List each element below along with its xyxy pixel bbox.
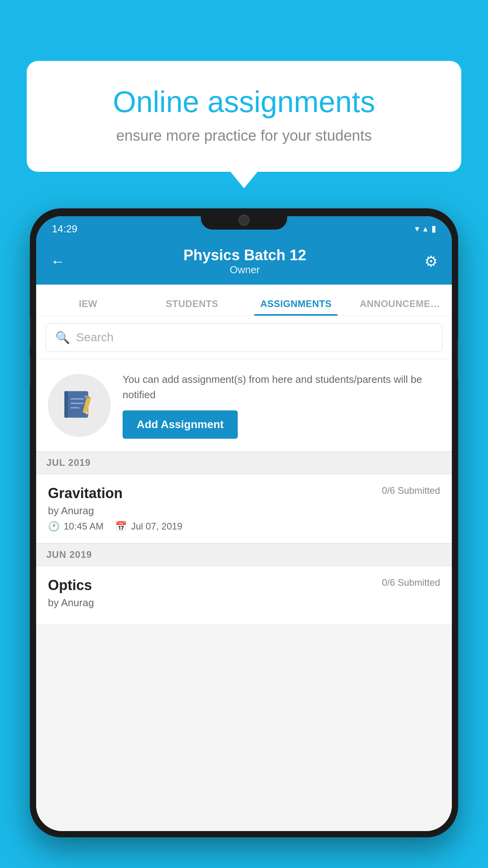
header-subtitle: Owner	[183, 264, 306, 276]
wifi-icon: ▾	[415, 224, 419, 234]
svg-rect-1	[64, 391, 68, 418]
speech-bubble: Online assignments ensure more practice …	[27, 61, 461, 172]
search-bar-container: 🔍 Search	[36, 316, 452, 359]
calendar-icon: 📅	[115, 521, 127, 532]
search-placeholder: Search	[76, 331, 114, 344]
tab-announcements[interactable]: ANNOUNCEME…	[348, 298, 452, 316]
assignment-name: Gravitation	[48, 485, 123, 502]
svg-rect-3	[71, 403, 84, 404]
assignment-meta: 🕐 10:45 AM 📅 Jul 07, 2019	[48, 521, 440, 532]
phone-container: 14:29 ▾ ▴ ▮ ← Physics Batch 12 Owner ⚙ I…	[30, 208, 458, 868]
header-title: Physics Batch 12	[183, 247, 306, 264]
tab-students[interactable]: STUDENTS	[140, 298, 244, 316]
add-assignment-button[interactable]: Add Assignment	[123, 410, 238, 439]
assignment-time-value: 10:45 AM	[64, 521, 103, 532]
status-icons: ▾ ▴ ▮	[415, 224, 436, 234]
svg-rect-2	[71, 398, 84, 399]
camera	[238, 215, 250, 226]
bubble-title: Online assignments	[58, 85, 430, 119]
assignment-item-optics[interactable]: Optics 0/6 Submitted by Anurag	[36, 566, 452, 624]
volume-down-button	[30, 358, 31, 385]
optics-submitted: 0/6 Submitted	[382, 577, 440, 588]
speech-bubble-container: Online assignments ensure more practice …	[27, 61, 461, 172]
add-assignment-description: You can add assignment(s) from here and …	[123, 372, 440, 403]
assignment-icon-circle	[48, 374, 111, 437]
phone-device: 14:29 ▾ ▴ ▮ ← Physics Batch 12 Owner ⚙ I…	[30, 208, 458, 837]
section-jul-2019: JUL 2019	[36, 451, 452, 474]
tab-iew[interactable]: IEW	[36, 298, 140, 316]
volume-up-button	[30, 318, 31, 346]
assignment-item-gravitation[interactable]: Gravitation 0/6 Submitted by Anurag 🕐 10…	[36, 474, 452, 543]
search-icon: 🔍	[55, 331, 70, 344]
content-area: 🔍 Search	[36, 316, 452, 831]
section-jun-2019: JUN 2019	[36, 543, 452, 566]
tabs-bar: IEW STUDENTS ASSIGNMENTS ANNOUNCEME…	[36, 285, 452, 316]
phone-notch	[201, 208, 287, 230]
tab-assignments[interactable]: ASSIGNMENTS	[244, 298, 348, 316]
assignment-date: 📅 Jul 07, 2019	[115, 521, 182, 532]
power-button	[457, 338, 458, 377]
clock-icon: 🕐	[48, 521, 60, 532]
assignment-date-value: Jul 07, 2019	[131, 521, 182, 532]
notebook-svg-icon	[62, 388, 97, 423]
back-button[interactable]: ←	[50, 253, 65, 270]
add-assignment-right: You can add assignment(s) from here and …	[123, 372, 440, 439]
header-center: Physics Batch 12 Owner	[183, 247, 306, 276]
status-time: 14:29	[52, 223, 77, 235]
optics-name: Optics	[48, 577, 92, 594]
assignment-time: 🕐 10:45 AM	[48, 521, 103, 532]
bubble-subtitle: ensure more practice for your students	[58, 127, 430, 144]
assignment-submitted: 0/6 Submitted	[382, 485, 440, 496]
search-bar[interactable]: 🔍 Search	[46, 323, 442, 351]
svg-rect-4	[71, 407, 80, 408]
add-assignment-card: You can add assignment(s) from here and …	[36, 359, 452, 451]
signal-icon: ▴	[423, 224, 427, 234]
app-header: ← Physics Batch 12 Owner ⚙	[36, 238, 452, 285]
settings-icon[interactable]: ⚙	[424, 253, 438, 270]
optics-item-header: Optics 0/6 Submitted	[48, 577, 440, 594]
battery-icon: ▮	[431, 224, 436, 234]
assignment-item-header: Gravitation 0/6 Submitted	[48, 485, 440, 502]
assignment-by: by Anurag	[48, 505, 440, 517]
optics-by: by Anurag	[48, 597, 440, 609]
phone-screen: 14:29 ▾ ▴ ▮ ← Physics Batch 12 Owner ⚙ I…	[36, 216, 452, 831]
